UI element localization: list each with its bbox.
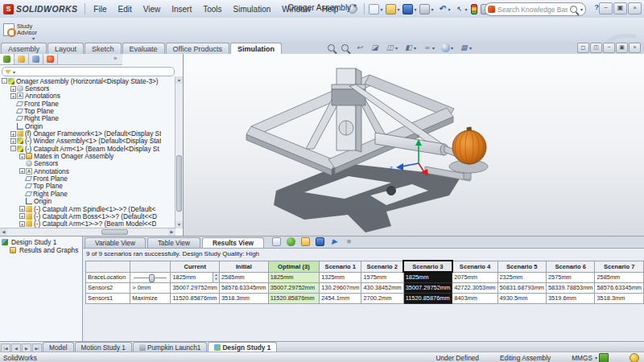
cell-bracelocation-scenario-6[interactable]: 2575mm [546, 272, 594, 282]
edit-appearance-button[interactable]: ▾ [440, 43, 455, 53]
scroll-right-icon[interactable]: ▶ [168, 228, 175, 236]
menu-view[interactable]: View [138, 2, 167, 16]
panel-tabs-overflow[interactable]: » [114, 55, 117, 62]
collapse-icon[interactable]: - [2, 78, 7, 84]
expand-icon[interactable]: + [19, 168, 25, 174]
collapse-icon[interactable]: - [10, 146, 16, 151]
cell-sensors1-scenario-5[interactable]: 4930.5mm [497, 293, 546, 303]
filter-caret-icon[interactable]: ▾ [13, 69, 15, 75]
scroll-up-icon[interactable]: ▲ [175, 76, 183, 84]
expand-icon[interactable]: + [19, 213, 25, 219]
new-button[interactable]: ▾ [367, 3, 384, 15]
cell-sensors1-current[interactable]: 11520.85876mm [171, 293, 219, 303]
search-knowledge-base[interactable]: Search Knowledge Base ▾ [485, 2, 586, 16]
row-label-sensors2[interactable]: Sensors2 [86, 282, 130, 293]
tree-item-catapult-arm-boss-1[interactable]: +(-) Catapult Arm Boss<1>->? (Default<<D [0, 212, 175, 220]
tree-item-catapult-arm-1-beam[interactable]: +(-) Catapult Arm<1>->? (Beam Model<<D [0, 220, 175, 228]
scenario-results-table[interactable]: CurrentInitialOptimal (3)Scenario 1Scena… [85, 260, 644, 304]
search-caret-icon[interactable]: ▾ [580, 6, 583, 12]
study-advisor-caret-icon[interactable]: ▾ [32, 35, 35, 41]
col-header-current[interactable]: Current [171, 261, 219, 272]
menu-edit[interactable]: Edit [112, 2, 137, 16]
run-study-button[interactable] [328, 237, 341, 247]
zoom-fit-button[interactable] [326, 43, 336, 52]
save-button[interactable]: ▾ [401, 3, 418, 15]
print-button[interactable]: ▾ [418, 3, 435, 15]
menu-simulation[interactable]: Simulation [228, 2, 277, 16]
dropdown-caret-icon[interactable]: ▾ [414, 6, 416, 12]
col-header-scenario-6[interactable]: Scenario 6 [546, 261, 594, 272]
design-study-root[interactable]: Design Study 1 [0, 238, 82, 246]
cell-bracelocation-current[interactable]: 1825mm▲▼ [171, 272, 219, 282]
expand-icon[interactable]: + [19, 154, 25, 159]
tab-layout[interactable]: Layout [47, 43, 84, 54]
display-style-button[interactable]: ▾ [402, 43, 418, 53]
dropdown-caret-icon[interactable]: ▾ [395, 45, 398, 51]
row-label-bracelocation[interactable]: BraceLocation [86, 272, 130, 282]
col-header-scenario-4[interactable]: Scenario 4 [452, 261, 497, 272]
scrollbar-thumb[interactable] [101, 229, 128, 235]
col-header-scenario-3[interactable]: Scenario 3 [403, 261, 452, 272]
cell-sensors1-initial[interactable]: 3518.3mm [219, 293, 268, 303]
hide-show-items-button[interactable]: ▾ [421, 43, 436, 53]
tree-item-origin[interactable]: Origin [0, 122, 175, 130]
dropdown-caret-icon[interactable]: ▾ [465, 6, 468, 12]
dropdown-caret-icon[interactable]: ▾ [380, 6, 382, 12]
tree-item-top-plane[interactable]: Top Plane [0, 183, 175, 190]
tree-item-origin[interactable]: Origin [0, 198, 175, 205]
row-constraint[interactable]: > 0mm [130, 282, 171, 293]
open-button[interactable]: ▾ [384, 3, 401, 15]
expand-icon[interactable]: + [10, 131, 16, 137]
featuremanager-tab[interactable] [0, 54, 14, 64]
cell-sensors1-scenario-6[interactable]: 3519.6mm [546, 293, 594, 303]
tree-item-top-plane[interactable]: Top Plane [0, 107, 175, 114]
scroll-left-icon[interactable]: ◀ [0, 228, 7, 236]
row-constraint[interactable] [130, 272, 171, 282]
cell-sensors2-scenario-1[interactable]: 130.29607mm [320, 282, 361, 293]
minimize-button[interactable]: − [599, 2, 613, 14]
view-orientation-button[interactable]: ▾ [384, 43, 399, 53]
expand-icon[interactable]: + [10, 86, 16, 92]
cell-sensors2-scenario-6[interactable]: 58339.78853mm [546, 282, 594, 293]
value-spinner[interactable]: ▲▼ [213, 273, 219, 282]
restore-button[interactable]: ▣ [613, 2, 627, 14]
cell-bracelocation-scenario-5[interactable]: 2325mm [497, 272, 546, 282]
dimxpertmanager-tab[interactable] [43, 54, 58, 64]
cell-bracelocation-scenario-2[interactable]: 1575mm [361, 272, 403, 282]
doc-close-button[interactable]: × [629, 43, 641, 53]
doc-restore-button[interactable]: ▣ [616, 43, 628, 53]
cell-sensors2-scenario-5[interactable]: 50831.68793mm [497, 282, 546, 293]
units-selector[interactable]: MMGS ▾ [572, 353, 609, 362]
search-icon[interactable] [570, 6, 577, 13]
cell-sensors2-optimal-3[interactable]: 35007.29752mm [268, 282, 319, 293]
expand-icon[interactable]: + [10, 138, 16, 144]
col-header-scenario-5[interactable]: Scenario 5 [497, 261, 546, 272]
tab-assembly[interactable]: Assembly [1, 43, 47, 54]
doc-new-window-button[interactable]: ◻ [577, 43, 589, 53]
cell-sensors2-initial[interactable]: 58576.63345mm [219, 282, 268, 293]
cell-sensors2-scenario-2[interactable]: 430.38452mm [361, 282, 403, 293]
quick-tips-icon[interactable] [599, 353, 609, 362]
cell-bracelocation-initial[interactable]: 2585mm [219, 272, 268, 282]
help-status-icon[interactable] [630, 353, 639, 362]
graphics-viewport[interactable]: Y Z [184, 54, 644, 236]
cell-sensors1-scenario-2[interactable]: 2700.2mm [361, 293, 403, 303]
cell-sensors1-optimal-3[interactable]: 11520.85876mm [268, 293, 319, 303]
expand-icon[interactable]: + [19, 206, 25, 212]
cell-bracelocation-scenario-3[interactable]: 1825mm [403, 272, 452, 282]
tree-item-front-plane[interactable]: Front Plane [0, 175, 175, 182]
tree-item-front-plane[interactable]: Front Plane [0, 100, 175, 107]
tree-item-catapult-arm-1-beam-mo[interactable]: -(-) Catapult Arm<1> (Beam Model<Display… [0, 145, 175, 152]
dropdown-caret-icon[interactable]: ▾ [451, 45, 453, 51]
tree-item-annotations[interactable]: +Annotations [0, 167, 175, 175]
menu-insert[interactable]: Insert [166, 2, 197, 16]
expand-icon[interactable]: + [19, 221, 25, 227]
menu-tools[interactable]: Tools [197, 2, 227, 16]
tab-sketch[interactable]: Sketch [85, 43, 122, 54]
expand-icon[interactable]: + [10, 93, 16, 99]
stop-study-button[interactable] [343, 237, 355, 247]
previous-view-button[interactable] [353, 43, 365, 53]
cell-sensors2-scenario-7[interactable]: 58576.63345mm [595, 282, 644, 293]
cell-sensors1-scenario-7[interactable]: 3518.3mm [595, 293, 644, 303]
cell-sensors1-scenario-3[interactable]: 11520.85876mm [403, 293, 452, 303]
